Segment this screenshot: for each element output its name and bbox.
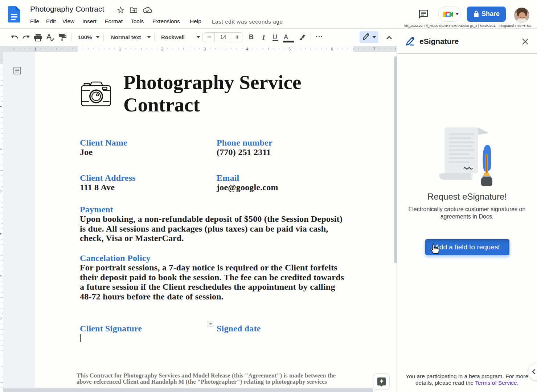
- svg-text:5: 5: [288, 47, 291, 51]
- svg-text:4: 4: [246, 47, 248, 51]
- svg-text:1: 1: [34, 47, 36, 51]
- svg-text:7: 7: [373, 47, 376, 51]
- svg-text:2: 2: [0, 148, 2, 150]
- svg-text:6: 6: [0, 318, 2, 320]
- svg-text:5: 5: [0, 275, 2, 277]
- svg-text:3: 3: [204, 47, 206, 51]
- svg-text:6: 6: [331, 47, 333, 51]
- svg-text:4: 4: [0, 233, 2, 235]
- svg-text:1: 1: [0, 106, 2, 108]
- svg-text:2: 2: [161, 47, 164, 51]
- svg-text:3: 3: [0, 190, 2, 192]
- svg-text:1: 1: [119, 47, 121, 51]
